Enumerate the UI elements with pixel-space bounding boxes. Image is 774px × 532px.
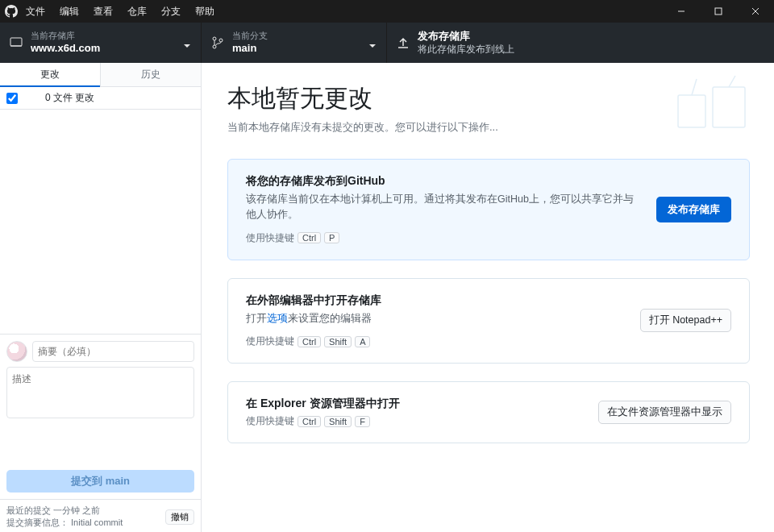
menu-branch[interactable]: 分支 bbox=[161, 5, 181, 19]
last-commit-label: 提交摘要信息： bbox=[6, 517, 69, 527]
undo-commit-button[interactable]: 撤销 bbox=[165, 509, 194, 525]
commit-button[interactable]: 提交到 main bbox=[6, 470, 194, 493]
svg-rect-9 bbox=[678, 95, 705, 127]
repo-toolbar: 当前存储库 www.x6d.com 当前分支 main 发布存储库 将此存储库发… bbox=[0, 23, 774, 63]
repo-label: 当前存储库 bbox=[31, 31, 100, 42]
commit-summary-input[interactable] bbox=[32, 341, 194, 362]
card-open-explorer: 在 Explorer 资源管理器中打开 使用快捷键 Ctrl Shift F 在… bbox=[227, 381, 750, 443]
sidebar-tabs: 更改 历史 bbox=[0, 63, 201, 87]
close-button[interactable] bbox=[737, 0, 774, 23]
open-editor-action[interactable]: 打开 Notepad++ bbox=[640, 309, 731, 332]
kbd-key: A bbox=[355, 336, 370, 347]
svg-point-6 bbox=[213, 37, 216, 40]
last-commit-info: 最近的提交 一分钟 之前 提交摘要信息： Initial commit 撤销 bbox=[0, 499, 201, 532]
chevron-down-icon bbox=[183, 39, 191, 53]
empty-state-subtitle: 当前本地存储库没有未提交的更改。您可以进行以下操作... bbox=[227, 120, 750, 135]
card-publish-body: 该存储库当前仅在本地计算机上可用。通过将其发布在GitHub上，您可以共享它并与… bbox=[246, 192, 643, 223]
publish-repository-action[interactable]: 发布存储库 bbox=[656, 197, 731, 222]
publish-title: 发布存储库 bbox=[418, 30, 514, 43]
card-open-editor: 在外部编辑器中打开存储库 打开选项来设置您的编辑器 使用快捷键 Ctrl Shi… bbox=[227, 278, 750, 364]
branch-name: main bbox=[232, 42, 268, 55]
svg-rect-10 bbox=[713, 87, 745, 127]
select-all-checkbox[interactable] bbox=[6, 93, 18, 104]
card-publish-title: 将您的存储库发布到GitHub bbox=[246, 174, 643, 189]
publish-repository-button[interactable]: 发布存储库 将此存储库发布到线上 bbox=[387, 23, 774, 63]
svg-point-7 bbox=[213, 45, 216, 48]
main-panel: 本地暂无更改 当前本地存储库没有未提交的更改。您可以进行以下操作... 将您的存… bbox=[202, 63, 774, 532]
options-link[interactable]: 选项 bbox=[267, 313, 288, 324]
files-changed-row: 0 文件 更改 bbox=[0, 87, 201, 110]
menu-file[interactable]: 文件 bbox=[26, 5, 45, 19]
repo-name: www.x6d.com bbox=[31, 42, 100, 55]
commit-panel: 提交到 main bbox=[0, 334, 201, 499]
menu-edit[interactable]: 编辑 bbox=[60, 5, 79, 19]
files-changed-count: 0 文件 更改 bbox=[45, 91, 94, 105]
current-repository-dropdown[interactable]: 当前存储库 www.x6d.com bbox=[0, 23, 202, 63]
minimize-button[interactable] bbox=[663, 0, 700, 23]
tab-history[interactable]: 历史 bbox=[100, 63, 201, 87]
current-branch-dropdown[interactable]: 当前分支 main bbox=[202, 23, 387, 63]
shortcut-label: 使用快捷键 bbox=[246, 414, 294, 428]
card-open-editor-title: 在外部编辑器中打开存储库 bbox=[246, 293, 627, 308]
svg-rect-1 bbox=[715, 8, 722, 15]
commit-description-input[interactable] bbox=[6, 367, 194, 418]
menu-help[interactable]: 帮助 bbox=[195, 5, 214, 19]
kbd-key: Ctrl bbox=[298, 232, 321, 243]
repo-icon bbox=[10, 36, 23, 49]
card-open-editor-body: 打开选项来设置您的编辑器 bbox=[246, 311, 627, 326]
kbd-key: Ctrl bbox=[298, 416, 321, 427]
menu-repository[interactable]: 仓库 bbox=[127, 5, 147, 19]
last-commit-time: 最近的提交 一分钟 之前 bbox=[6, 505, 123, 517]
open-explorer-action[interactable]: 在文件资源管理器中显示 bbox=[598, 401, 731, 424]
title-bar: 文件 编辑 查看 仓库 分支 帮助 bbox=[0, 0, 774, 23]
shortcut-label: 使用快捷键 bbox=[246, 231, 294, 245]
svg-rect-4 bbox=[10, 38, 22, 46]
publish-desc: 将此存储库发布到线上 bbox=[418, 44, 514, 56]
avatar bbox=[6, 341, 27, 362]
svg-line-11 bbox=[692, 79, 697, 95]
kbd-key: P bbox=[324, 232, 339, 243]
branch-label: 当前分支 bbox=[232, 31, 268, 42]
kbd-key: Shift bbox=[324, 416, 352, 427]
svg-point-8 bbox=[219, 39, 223, 42]
card-open-explorer-title: 在 Explorer 资源管理器中打开 bbox=[246, 397, 585, 411]
last-commit-message: Initial commit bbox=[71, 517, 123, 527]
tab-changes[interactable]: 更改 bbox=[0, 63, 100, 87]
menu-view[interactable]: 查看 bbox=[94, 5, 113, 19]
kbd-key: Shift bbox=[324, 336, 352, 347]
sidebar: 更改 历史 0 文件 更改 提交到 main 最近的提交 一分钟 之前 提交摘要… bbox=[0, 63, 202, 532]
kbd-key: F bbox=[355, 416, 370, 427]
chevron-down-icon bbox=[368, 39, 377, 53]
empty-state-illustration bbox=[674, 71, 755, 139]
changed-files-list bbox=[0, 110, 201, 334]
empty-state-title: 本地暂无更改 bbox=[227, 82, 750, 115]
maximize-button[interactable] bbox=[700, 0, 737, 23]
upload-icon bbox=[397, 36, 410, 49]
branch-icon bbox=[211, 36, 224, 49]
card-publish: 将您的存储库发布到GitHub 该存储库当前仅在本地计算机上可用。通过将其发布在… bbox=[227, 159, 750, 260]
shortcut-label: 使用快捷键 bbox=[246, 335, 294, 348]
svg-line-12 bbox=[729, 76, 735, 87]
kbd-key: Ctrl bbox=[298, 336, 321, 347]
app-menu: 文件 编辑 查看 仓库 分支 帮助 bbox=[23, 5, 214, 19]
github-logo-icon bbox=[0, 5, 23, 18]
